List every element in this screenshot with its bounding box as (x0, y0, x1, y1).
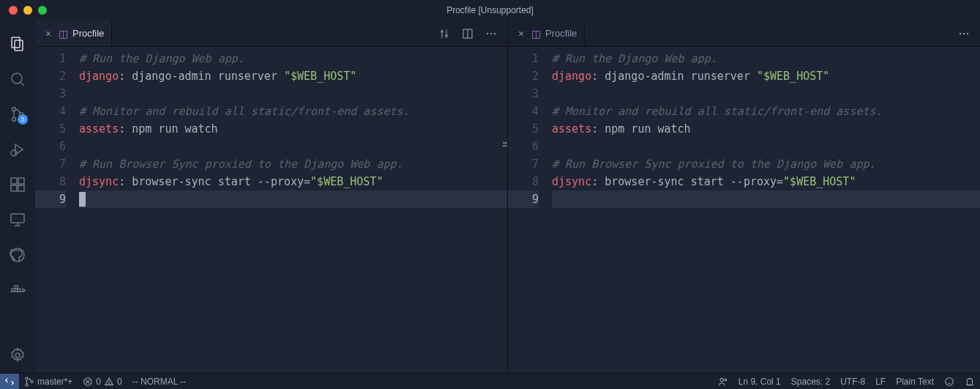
svg-point-38 (725, 379, 727, 381)
tab-close-icon[interactable]: × (515, 28, 527, 40)
compare-changes-icon[interactable] (434, 23, 455, 44)
encoding-status[interactable]: UTF-8 (835, 374, 870, 389)
line-gutter: 1 2 3 4 5 6 7 8 9 (35, 47, 79, 373)
explorer-icon[interactable] (0, 26, 35, 62)
svg-point-31 (31, 380, 33, 382)
settings-gear-icon[interactable] (0, 338, 35, 373)
minimize-window-button[interactable] (23, 6, 32, 15)
github-icon[interactable] (0, 237, 35, 273)
titlebar: Procfile [Unsupported] (0, 0, 980, 21)
svg-point-37 (720, 378, 723, 381)
tab-label: Procfile (545, 28, 577, 39)
language-mode-status[interactable]: Plain Text (891, 374, 939, 389)
minimap-indicator (503, 142, 507, 147)
problems-status[interactable]: 0 0 (78, 374, 127, 389)
svg-point-24 (490, 32, 492, 34)
cursor (79, 192, 86, 207)
remote-indicator[interactable] (0, 374, 19, 389)
svg-point-29 (26, 377, 28, 379)
editor-group-left: × ◫ Procfile 1 (35, 21, 507, 373)
svg-rect-10 (18, 185, 24, 191)
extensions-icon[interactable] (0, 167, 35, 202)
svg-point-26 (960, 32, 961, 34)
status-bar: master*+ 0 0 -- NORMAL -- Ln 9, Col 1 Sp… (0, 373, 980, 389)
svg-point-2 (12, 73, 22, 84)
code-content[interactable]: # Run the Django Web app. django: django… (79, 47, 507, 373)
cursor-position-status[interactable]: Ln 9, Col 1 (733, 374, 786, 389)
notifications-icon[interactable] (960, 374, 980, 389)
more-actions-icon[interactable] (481, 23, 501, 44)
svg-rect-19 (15, 286, 18, 289)
maximize-window-button[interactable] (38, 6, 47, 15)
svg-rect-8 (11, 178, 17, 184)
tab-procfile-right[interactable]: × ◫ Procfile (508, 21, 585, 46)
svg-point-36 (109, 383, 110, 384)
svg-rect-11 (18, 178, 24, 184)
live-share-icon[interactable] (713, 374, 733, 389)
file-icon: ◫ (59, 28, 68, 40)
scm-badge: 3 (18, 114, 28, 125)
tabs-row-left: × ◫ Procfile (35, 21, 507, 47)
debug-icon[interactable] (0, 132, 35, 167)
feedback-icon[interactable] (939, 374, 960, 389)
git-branch-status[interactable]: master*+ (19, 374, 78, 389)
window-controls (0, 6, 47, 15)
file-icon: ◫ (531, 28, 541, 40)
svg-point-28 (967, 32, 968, 34)
svg-point-4 (12, 108, 16, 111)
editor-area: × ◫ Procfile 1 (35, 21, 980, 373)
svg-point-25 (494, 32, 495, 34)
source-control-icon[interactable]: 3 (0, 97, 35, 132)
svg-rect-1 (15, 40, 23, 51)
svg-rect-12 (11, 214, 24, 223)
eol-status[interactable]: LF (870, 374, 891, 389)
svg-point-20 (15, 353, 20, 357)
search-icon[interactable] (0, 62, 35, 97)
code-editor-right[interactable]: 1 2 3 4 5 6 7 8 9 # Run the Django Web a… (508, 47, 980, 373)
tab-procfile-left[interactable]: × ◫ Procfile (35, 21, 112, 46)
svg-point-5 (12, 118, 16, 122)
svg-rect-0 (12, 37, 20, 48)
branch-name: master*+ (37, 377, 72, 387)
indentation-status[interactable]: Spaces: 2 (786, 374, 835, 389)
tab-label: Procfile (72, 28, 104, 39)
activity-bar: 3 (0, 21, 35, 373)
more-actions-icon[interactable] (954, 23, 974, 44)
vim-mode-status: -- NORMAL -- (127, 374, 192, 389)
docker-icon[interactable] (0, 273, 35, 308)
svg-point-27 (963, 32, 965, 34)
code-editor-left[interactable]: 1 2 3 4 5 6 7 8 9 # Run the Django Web a… (35, 47, 507, 373)
svg-point-30 (26, 383, 28, 385)
close-window-button[interactable] (9, 6, 18, 15)
window-title: Procfile [Unsupported] (446, 5, 534, 15)
split-editor-icon[interactable] (457, 23, 478, 44)
tab-close-icon[interactable]: × (42, 28, 54, 40)
remote-explorer-icon[interactable] (0, 202, 35, 237)
line-gutter: 1 2 3 4 5 6 7 8 9 (508, 47, 552, 373)
editor-group-right: × ◫ Procfile 1 2 3 4 5 6 (507, 21, 980, 373)
svg-point-39 (946, 377, 954, 385)
code-content[interactable]: # Run the Django Web app. django: django… (552, 47, 980, 373)
tabs-row-right: × ◫ Procfile (508, 21, 980, 47)
svg-line-3 (20, 82, 24, 86)
svg-point-7 (11, 150, 17, 156)
svg-rect-9 (11, 185, 17, 191)
svg-point-23 (487, 32, 488, 34)
